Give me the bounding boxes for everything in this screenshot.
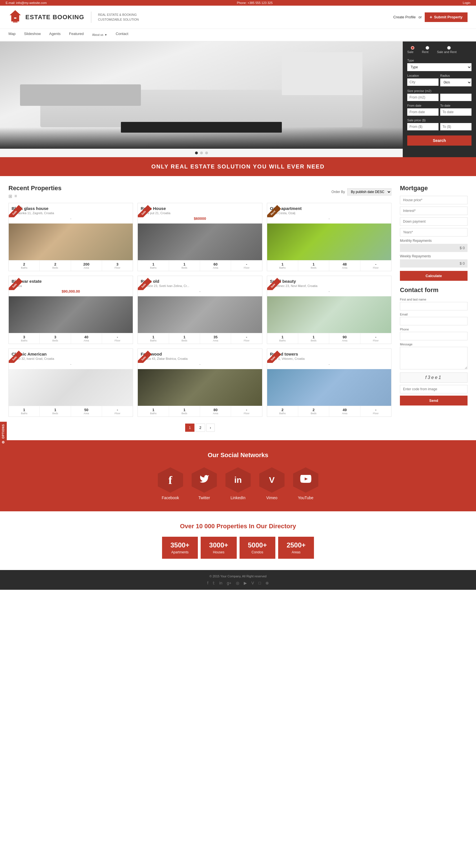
radio-rent[interactable]: Rent	[422, 46, 433, 54]
size-from-input[interactable]	[407, 94, 439, 101]
linkedin-social[interactable]: in LinkedIn	[226, 467, 251, 500]
interest-input[interactable]	[400, 207, 468, 215]
property-card[interactable]: Sale Classic American Jelevo 32, Ivanić …	[8, 348, 133, 417]
radio-sale-rent[interactable]: Sale and Rent	[437, 46, 461, 54]
first-last-name-input[interactable]	[400, 302, 468, 310]
size-to-input[interactable]	[440, 94, 472, 101]
property-price: -	[141, 362, 259, 366]
linkedin-label: LinkedIn	[231, 496, 245, 500]
main-content: Recent Properties ⊞ ≡ Order By By publis…	[0, 176, 476, 440]
nav-agents[interactable]: Agents	[49, 32, 61, 38]
calculate-button[interactable]: Calculate	[400, 271, 468, 281]
dot-2[interactable]	[200, 152, 203, 154]
message-input[interactable]	[400, 347, 468, 369]
areas-label: Areas	[286, 550, 306, 554]
footer-gplus-icon[interactable]: g+	[227, 581, 231, 585]
submit-property-button[interactable]: + Submit Property	[425, 12, 468, 22]
stat-beds: 1Beds	[169, 333, 200, 344]
svg-rect-1	[13, 19, 17, 22]
property-card[interactable]: Sale Round towers Cene 1, Vrbovec, Croat…	[267, 348, 392, 417]
stat-baths: 3Baths	[9, 333, 40, 344]
nav-contact[interactable]: Contact	[115, 32, 128, 38]
property-price: -	[11, 362, 130, 366]
footer-vimeo-icon[interactable]: V	[251, 581, 254, 585]
captcha-input[interactable]	[400, 385, 468, 393]
stats-section: Over 10 000 Properties In Our Directory …	[0, 511, 476, 570]
footer-twitter-icon[interactable]: 𝕥	[213, 581, 215, 585]
login-link[interactable]: Login	[463, 1, 470, 4]
sale-badge: Sale	[9, 203, 23, 217]
search-panel: Sale Rent Sale and Rent Type Type Locati…	[403, 41, 476, 157]
weekly-label: Weekly Repayments	[400, 254, 468, 258]
to-date-input[interactable]	[440, 108, 472, 116]
property-address: Selnica 43, Zlatar Bistrica, Croatia	[141, 357, 259, 360]
nav-about-dropdown[interactable]: About us ▼	[92, 33, 107, 36]
footer-camera-icon[interactable]: ◎	[236, 581, 239, 585]
property-card[interactable]: Rent Ozalj apartment Trška Cesta, Ozalj …	[267, 203, 392, 271]
property-card[interactable]: Sale Small beauty Remetinec 23, Novi Mar…	[267, 276, 392, 344]
from-date-input[interactable]	[407, 108, 439, 116]
footer-linkedin-icon[interactable]: in	[219, 581, 223, 585]
property-name: Retro House	[141, 206, 259, 211]
type-select[interactable]: Type	[407, 63, 472, 71]
email-input[interactable]	[400, 317, 468, 326]
date-row: From date To date	[407, 104, 472, 119]
property-card[interactable]: Sale Retro House Zeleni put 21, Croatia …	[138, 203, 262, 271]
grid-view-icon[interactable]: ⊞	[8, 193, 12, 199]
radio-sale[interactable]: Sale	[407, 46, 418, 54]
radius-select[interactable]: 0km	[440, 79, 472, 86]
nav-slideshow[interactable]: Slideshow	[24, 32, 41, 38]
dot-3[interactable]	[205, 152, 208, 154]
footer-youtube-icon[interactable]: ▶	[244, 581, 247, 585]
property-card[interactable]: Sale Black glass house Vatikasnka 11, Za…	[8, 203, 133, 271]
facebook-social[interactable]: f Facebook	[158, 467, 183, 500]
stat-floor: -Floor	[231, 260, 262, 271]
property-name: Small beauty	[270, 279, 388, 284]
property-card[interactable]: Sale Retro old Radošće 23, Sveti Ivan Ze…	[138, 276, 262, 344]
youtube-social[interactable]: YouTube	[293, 467, 318, 500]
page-2-button[interactable]: 2	[196, 424, 205, 432]
options-tab[interactable]: ⚙ OPTIONS	[0, 422, 7, 446]
nav-featured[interactable]: Featured	[69, 32, 84, 38]
create-profile-link[interactable]: Create Profile	[393, 15, 415, 19]
stat-baths: 1Baths	[138, 260, 169, 271]
city-input[interactable]	[407, 79, 439, 86]
list-view-icon[interactable]: ≡	[14, 193, 17, 199]
stat-floor: -Floor	[361, 406, 391, 416]
property-address: Vatikasnka 11, Zagreb, Croatia	[11, 211, 130, 215]
property-image	[138, 369, 262, 406]
slideshow-dots	[0, 149, 403, 157]
youtube-label: YouTube	[298, 496, 313, 500]
property-card[interactable]: Sale Bjelovar estate Cestica $90,000.00 …	[8, 276, 133, 344]
monthly-repayments: Monthly Repayments $ 0	[400, 239, 468, 252]
down-payment-input[interactable]	[400, 217, 468, 226]
location-group: Location	[407, 74, 439, 86]
property-card[interactable]: Sale Fear wood Selnica 43, Zlatar Bistri…	[138, 348, 262, 417]
twitter-social[interactable]: Twitter	[192, 467, 217, 500]
footer-globe-icon[interactable]: ⊕	[266, 581, 269, 585]
price-from-input[interactable]	[407, 123, 439, 130]
price-to-input[interactable]	[440, 123, 472, 130]
options-label: OPTIONS	[2, 424, 5, 438]
search-button[interactable]: Search	[407, 135, 472, 146]
property-stats: 2Baths 2Beds 200Area 3Floor	[9, 260, 133, 271]
property-price: -	[11, 216, 130, 221]
footer-square-icon[interactable]: □	[259, 581, 261, 585]
stat-area: 60Area	[200, 260, 231, 271]
send-button[interactable]: Send	[400, 396, 468, 405]
dot-1[interactable]	[195, 152, 198, 154]
stat-baths: 1Baths	[9, 406, 40, 416]
years-input[interactable]	[400, 228, 468, 237]
price-group: Sale price ($)	[407, 119, 472, 130]
property-stats: 1Baths 1Beds 50Area -Floor	[9, 406, 133, 416]
footer-facebook-icon[interactable]: f	[207, 581, 208, 585]
vimeo-social[interactable]: V Vimeo	[259, 467, 285, 500]
order-by-select[interactable]: By publish date DESCBy publish date ASCP…	[347, 188, 392, 195]
phone-input[interactable]	[400, 332, 468, 340]
page-1-button[interactable]: 1	[185, 424, 195, 432]
house-price-input[interactable]	[400, 196, 468, 204]
monthly-value: $ 0	[400, 244, 468, 252]
stat-baths: 1Baths	[267, 260, 298, 271]
next-page-button[interactable]: ›	[206, 424, 215, 432]
nav-map[interactable]: Map	[8, 32, 15, 38]
